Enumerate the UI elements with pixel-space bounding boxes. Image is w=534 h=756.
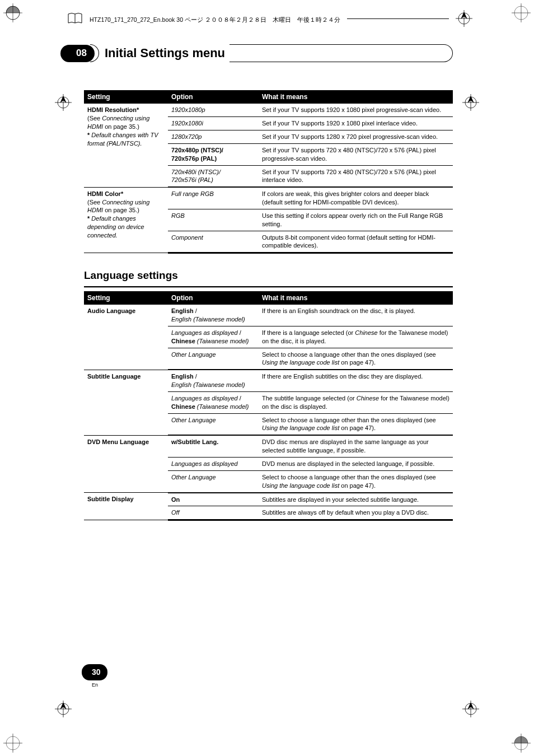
section-title-language: Language settings	[84, 268, 453, 283]
setting-cell: DVD Menu Language	[84, 435, 168, 492]
option-cell: 1280x720p	[168, 130, 259, 144]
meaning-cell: Set if your TV supports 720 x 480 (NTSC)…	[259, 165, 453, 187]
col-header-option: Option	[168, 90, 259, 104]
print-header: HTZ170_171_270_272_En.book 30 ページ ２００８年２…	[0, 0, 534, 29]
setting-cell: Audio Language	[84, 305, 168, 370]
print-header-text: HTZ170_171_270_272_En.book 30 ページ ２００８年２…	[90, 16, 340, 24]
crop-target-icon	[456, 10, 472, 29]
setting-cell: Subtitle Language	[84, 370, 168, 435]
option-cell: 1920x1080i	[168, 117, 259, 130]
setting-cell: HDMI Color*(See Connecting using HDMI on…	[84, 187, 168, 253]
option-cell: English /English (Taiwanese model)	[168, 370, 259, 391]
option-cell: On	[168, 493, 259, 506]
registration-mark	[512, 3, 531, 22]
meaning-cell: Use this setting if colors appear overly…	[259, 209, 453, 231]
meaning-cell: The subtitle language selected (or Chine…	[259, 391, 453, 413]
col-header-setting: Setting	[84, 90, 168, 104]
crop-arrow-icon	[55, 94, 72, 114]
meaning-cell: DVD menus are displayed in the selected …	[259, 457, 453, 470]
settings-table-1: Setting Option What it means HDMI Resolu…	[84, 90, 453, 254]
meaning-cell: Outputs 8-bit component video format (de…	[259, 231, 453, 253]
option-cell: Other Language	[168, 413, 259, 435]
option-cell: 720x480i (NTSC)/720x576i (PAL)	[168, 165, 259, 187]
col-header-setting: Setting	[84, 291, 168, 305]
option-cell: w/Subtitle Lang.	[168, 435, 259, 457]
option-cell: Languages as displayed /Chinese (Taiwane…	[168, 326, 259, 348]
setting-cell: HDMI Resolution*(See Connecting using HD…	[84, 104, 168, 187]
col-header-option: Option	[168, 291, 259, 305]
meaning-cell: If there is a language selected (or Chin…	[259, 326, 453, 348]
chapter-header: 08 Initial Settings menu	[84, 44, 453, 62]
meaning-cell: If colors are weak, this gives brighter …	[259, 187, 453, 209]
option-cell: Full range RGB	[168, 187, 259, 209]
option-cell: Off	[168, 506, 259, 520]
meaning-cell: If there are English subtitles on the di…	[259, 370, 453, 391]
meaning-cell: Set if your TV supports 1280 x 720 pixel…	[259, 130, 453, 144]
option-cell: Other Language	[168, 348, 259, 370]
option-cell: RGB	[168, 209, 259, 231]
meaning-cell: Set if your TV supports 720 x 480 (NTSC)…	[259, 143, 453, 165]
option-cell: Languages as displayed	[168, 457, 259, 470]
registration-mark	[3, 3, 22, 22]
meaning-cell: Select to choose a language other than t…	[259, 413, 453, 435]
page-lang: En	[92, 682, 98, 688]
meaning-cell: Set if your TV supports 1920 x 1080 pixe…	[259, 104, 453, 116]
meaning-cell: Subtitles are displayed in your selected…	[259, 493, 453, 506]
option-cell: 1920x1080p	[168, 104, 259, 116]
meaning-cell: Set if your TV supports 1920 x 1080 pixe…	[259, 117, 453, 130]
col-header-meaning: What it means	[259, 291, 453, 305]
meaning-cell: Select to choose a language other than t…	[259, 348, 453, 370]
setting-cell: Subtitle Display	[84, 493, 168, 520]
option-cell: 720x480p (NTSC)/720x576p (PAL)	[168, 143, 259, 165]
chapter-number: 08	[60, 45, 95, 62]
col-header-meaning: What it means	[259, 90, 453, 104]
option-cell: Languages as displayed /Chinese (Taiwane…	[168, 391, 259, 413]
meaning-cell: If there is an English soundtrack on the…	[259, 305, 453, 326]
meaning-cell: DVD disc menus are displayed in the same…	[259, 435, 453, 457]
meaning-cell: Select to choose a language other than t…	[259, 470, 453, 492]
option-cell: Other Language	[168, 470, 259, 492]
section-underline	[84, 286, 453, 288]
book-icon	[67, 12, 83, 26]
option-cell: English /English (Taiwanese model)	[168, 305, 259, 326]
meaning-cell: Subtitles are always off by default when…	[259, 506, 453, 520]
option-cell: Component	[168, 231, 259, 253]
chapter-title: Initial Settings menu	[105, 45, 232, 62]
crop-arrow-icon	[462, 94, 479, 114]
settings-table-2: Setting Option What it means Audio Langu…	[84, 291, 453, 521]
page-number-badge: 30 En	[84, 535, 453, 688]
page-number: 30	[82, 664, 107, 680]
